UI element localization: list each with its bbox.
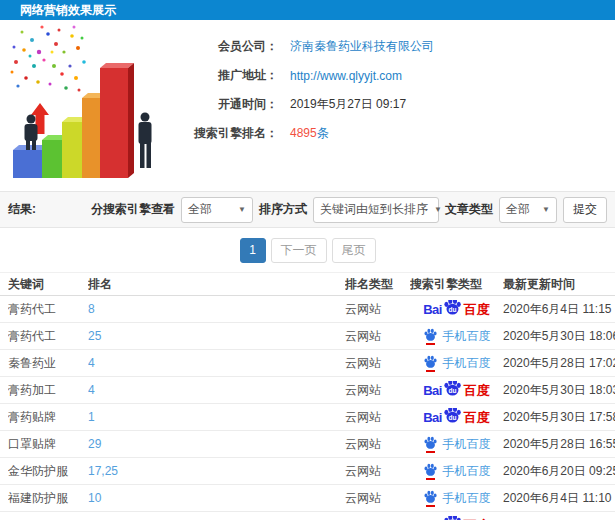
results-table: 关键词 排名 排名类型 搜索引擎类型 最新更新时间 膏药代工 8 云网站 Bai… xyxy=(0,272,615,520)
engine-cell: Bai du 百度 xyxy=(410,381,503,400)
rank-type-cell: 云网站 xyxy=(345,436,410,453)
keyword-cell: 金华防护服 xyxy=(8,463,88,480)
promo-url-label: 推广地址： xyxy=(178,67,278,84)
update-time-cell: 2020年5月28日 17:02 xyxy=(503,355,615,372)
keyword-cell: 膏药贴牌 xyxy=(8,409,88,426)
last-page-button[interactable]: 尾页 xyxy=(332,238,376,263)
mobile-baidu-paw-icon xyxy=(423,328,438,345)
header-update-time: 最新更新时间 xyxy=(503,276,615,293)
table-row: 福建防护服 10 云网站 Bai du 百度 xyxy=(0,485,615,512)
baidu-logo-cn-text: 百度 xyxy=(464,303,490,316)
next-page-button[interactable]: 下一页 xyxy=(271,238,327,263)
rank-link[interactable]: 1 xyxy=(88,410,95,424)
engine-cell: Bai du 百度 xyxy=(410,436,503,453)
table-header-row: 关键词 排名 排名类型 搜索引擎类型 最新更新时间 xyxy=(0,272,615,296)
rank-count-value: 4895条 xyxy=(290,125,329,142)
open-time-label: 开通时间： xyxy=(178,96,278,113)
keyword-cell: 口罩贴牌 xyxy=(8,436,88,453)
table-row: 口罩贴牌 29 云网站 Bai du 百度 xyxy=(0,431,615,458)
baidu-logo-cn-text: 百度 xyxy=(464,411,490,424)
table-body: 膏药代工 8 云网站 Bai du 百度 xyxy=(0,296,615,520)
select-article-type-value: 全部 xyxy=(506,201,530,218)
engine-filter-label: 分搜索引擎查看 xyxy=(91,201,175,218)
bar-red xyxy=(100,63,134,178)
chevron-down-icon: ▼ xyxy=(232,205,246,214)
chevron-down-icon: ▼ xyxy=(536,205,550,214)
select-sort-order-value: 关键词由短到长排序 xyxy=(320,201,428,218)
rank-type-cell: 云网站 xyxy=(345,463,410,480)
table-row: 膏药代工 25 云网站 Bai du 百度 xyxy=(0,323,615,350)
mobile-baidu-logo: 手机百度 xyxy=(423,463,491,480)
select-article-type[interactable]: 全部 ▼ xyxy=(499,197,557,223)
engine-cell: Bai du 百度 xyxy=(410,328,503,345)
select-search-engine-value: 全部 xyxy=(188,201,212,218)
mobile-baidu-logo: 手机百度 xyxy=(423,436,491,453)
engine-cell: Bai du 百度 xyxy=(410,463,503,480)
rank-link[interactable]: 4 xyxy=(88,356,95,370)
promo-url-link[interactable]: http://www.qlyyjt.com xyxy=(290,69,402,83)
pagination: 1 下一页 尾页 xyxy=(0,238,615,263)
rank-link[interactable]: 17,25 xyxy=(88,464,118,478)
engine-cell: Bai du 百度 xyxy=(410,408,503,427)
mobile-baidu-paw-icon xyxy=(423,490,438,507)
growth-chart-illustration xyxy=(4,22,166,180)
keyword-cell: 膏药代工 xyxy=(8,301,88,318)
baidu-paw-icon: du xyxy=(443,300,462,316)
page-header: 网络营销效果展示 xyxy=(0,0,615,20)
engine-cell: Bai du 百度 xyxy=(410,516,503,520)
company-info-list: 会员公司： 济南秦鲁药业科技有限公司 推广地址： http://www.qlyy… xyxy=(178,20,615,148)
table-row: 秦鲁药业 4 云网站 Bai du 百度 xyxy=(0,350,615,377)
header-engine-type: 搜索引擎类型 xyxy=(410,276,503,293)
baidu-paw-du-text: du xyxy=(448,305,456,312)
rank-link[interactable]: 29 xyxy=(88,437,101,451)
rank-link[interactable]: 25 xyxy=(88,329,101,343)
update-time-cell: 2020年5月30日 17:58 xyxy=(503,409,615,426)
engine-cell: Bai du 百度 xyxy=(410,355,503,372)
mobile-baidu-paw-icon xyxy=(423,463,438,480)
table-row: 金华防护服 17,25 云网站 Bai du 百度 xyxy=(0,458,615,485)
sort-filter-label: 排序方式 xyxy=(259,201,307,218)
update-time-cell: 2020年5月30日 18:03 xyxy=(503,382,615,399)
page-button-current[interactable]: 1 xyxy=(240,238,266,263)
baidu-logo: Bai du 百度 xyxy=(423,516,490,520)
rank-link[interactable]: 4 xyxy=(88,383,95,397)
engine-cell: Bai du 百度 xyxy=(410,490,503,507)
filter-bar: 结果: 分搜索引擎查看 全部 ▼ 排序方式 关键词由短到长排序 ▼ 文章类型 全… xyxy=(0,191,615,228)
header-keyword: 关键词 xyxy=(8,276,88,293)
select-search-engine[interactable]: 全部 ▼ xyxy=(181,197,253,223)
table-row: 膏药贴牌 1 云网站 Bai du 百度 xyxy=(0,404,615,431)
mobile-baidu-logo: 手机百度 xyxy=(423,355,491,372)
rank-type-cell: 云网站 xyxy=(345,355,410,372)
rank-count-suffix: 条 xyxy=(317,126,329,140)
rank-link[interactable]: 10 xyxy=(88,491,101,505)
table-row: 膏药加工 4 云网站 Bai du 百度 xyxy=(0,377,615,404)
keyword-cell: 福建防护服 xyxy=(8,490,88,507)
select-sort-order[interactable]: 关键词由短到长排序 ▼ xyxy=(313,197,439,223)
keyword-cell: 秦鲁药业 xyxy=(8,355,88,372)
mobile-baidu-logo: 手机百度 xyxy=(423,328,491,345)
update-time-cell: 2020年5月28日 16:55 xyxy=(503,436,615,453)
chevron-down-icon: ▼ xyxy=(428,205,442,214)
baidu-paw-du-text: du xyxy=(448,386,456,393)
baidu-paw-du-text: du xyxy=(448,413,456,420)
keyword-cell: 膏药代工 xyxy=(8,328,88,345)
info-row-company: 会员公司： 济南秦鲁药业科技有限公司 xyxy=(178,32,615,61)
baidu-logo: Bai du 百度 xyxy=(423,381,490,400)
mobile-baidu-paw-icon xyxy=(423,355,438,372)
company-name-link[interactable]: 济南秦鲁药业科技有限公司 xyxy=(290,39,434,53)
update-time-cell: 2020年6月20日 09:25 xyxy=(503,463,615,480)
info-row-open-time: 开通时间： 2019年5月27日 09:17 xyxy=(178,90,615,119)
baidu-logo-bai-text: Bai xyxy=(423,384,442,397)
submit-button[interactable]: 提交 xyxy=(563,197,607,223)
rank-count-label: 搜索引擎排名： xyxy=(178,125,278,142)
mobile-baidu-label: 手机百度 xyxy=(443,463,491,480)
filter-controls: 分搜索引擎查看 全部 ▼ 排序方式 关键词由短到长排序 ▼ 文章类型 全部 ▼ … xyxy=(91,197,607,223)
update-time-cell: 2020年5月30日 18:06 xyxy=(503,328,615,345)
businessman-right xyxy=(139,113,152,169)
mobile-baidu-label: 手机百度 xyxy=(443,328,491,345)
table-row: 膏药代工 8 云网站 Bai du 百度 xyxy=(0,296,615,323)
rank-link[interactable]: 8 xyxy=(88,302,95,316)
rank-type-cell: 云网站 xyxy=(345,490,410,507)
baidu-logo-cn-text: 百度 xyxy=(464,384,490,397)
header-rank: 排名 xyxy=(88,276,345,293)
